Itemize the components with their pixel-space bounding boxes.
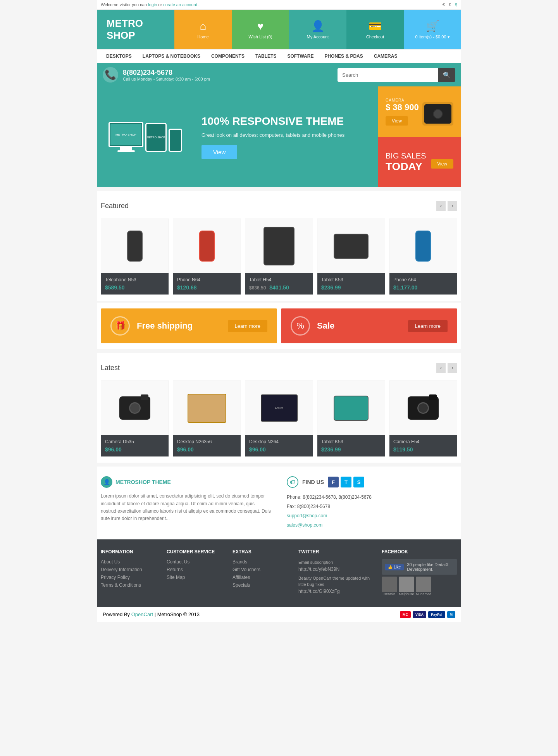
email2-link[interactable]: sales@shop.com [287, 520, 457, 530]
nav-checkout[interactable]: 💳 Checkout [346, 10, 404, 49]
featured-prev-button[interactable]: ‹ [436, 201, 446, 211]
nav-tablets[interactable]: TABLETS [250, 50, 282, 63]
latest-image-4 [317, 381, 385, 435]
currency-pound[interactable]: £ [449, 2, 451, 7]
fb-avatar-3 [416, 577, 431, 592]
latest-product-grid: Camera D535 $96.00 Desktop N26356 $96.00… [101, 381, 457, 457]
sale-banner: % Sale Learn more [281, 308, 457, 343]
latest-price-5: $119.50 [393, 446, 453, 453]
featured-product-5: Phone A64 $1,177.00 [389, 219, 457, 295]
contact-us-link[interactable]: Contact Us [167, 559, 225, 565]
register-link[interactable]: create an account [163, 2, 197, 7]
delivery-link[interactable]: Delivery Information [101, 567, 159, 572]
nav-desktops[interactable]: DESKTOPS [101, 50, 137, 63]
search-button[interactable]: 🔍 [438, 68, 455, 82]
nav-wishlist[interactable]: ♥ Wish List (0) [232, 10, 289, 49]
tablet-shape-1 [264, 227, 294, 265]
featured-next-button[interactable]: › [448, 201, 457, 211]
free-shipping-banner: 🎁 Free shipping Learn more [101, 308, 277, 343]
terms-link[interactable]: Terms & Conditions [101, 582, 159, 588]
latest-image-3: ASUS [245, 381, 313, 435]
product-name-4: Tablet K53 [321, 277, 381, 282]
latest-price-2: $96.00 [177, 446, 237, 453]
footer-info-section: 👤 METROSHOP THEME Lorem ipsum dolor sit … [97, 467, 461, 539]
sale-line1: BIG SALES [386, 152, 426, 160]
nav-home[interactable]: ⌂ Home [174, 10, 232, 49]
sale-view-button[interactable]: View [431, 159, 453, 169]
brand-description: Lorem ipsum dolor sit amet, consectetur … [101, 493, 271, 522]
search-input[interactable] [338, 68, 438, 82]
sale-learn-more-button[interactable]: Learn more [408, 320, 448, 332]
privacy-link[interactable]: Privacy Policy [101, 575, 159, 580]
gift-vouchers-link[interactable]: Gift Vouchers [232, 567, 291, 572]
site-map-link[interactable]: Site Map [167, 575, 225, 580]
latest-product-2: Desktop N26356 $96.00 [173, 381, 241, 457]
latest-prev-button[interactable]: ‹ [436, 363, 446, 373]
brands-link[interactable]: Brands [232, 559, 291, 565]
currency-euro[interactable]: € [443, 2, 445, 7]
twitter-icon[interactable]: t [341, 477, 351, 487]
very-bottom: Powered By OpenCart | MetroShop © 2013 M… [97, 607, 461, 622]
camera-label: CAMERA [386, 98, 453, 102]
information-title: INFORMATION [101, 549, 159, 555]
hero-camera-panel: CAMERA $ 38 900 View [378, 86, 461, 137]
copyright-text: MetroShop © 2013 [157, 611, 200, 617]
header: METRO SHOP ⌂ Home ♥ Wish List (0) 👤 My A… [97, 10, 461, 49]
product-name-5: Phone A64 [393, 277, 453, 282]
twitter-content: Email subscription http://t.co/yfebN39N … [298, 559, 374, 595]
affiliates-link[interactable]: Affiliates [232, 575, 291, 580]
welcome-message: Welcome visitor you can login or create … [101, 2, 200, 7]
shipping-learn-more-button[interactable]: Learn more [228, 320, 267, 332]
hero-view-button[interactable]: View [202, 145, 237, 159]
logo[interactable]: METRO SHOP [97, 10, 174, 49]
hero-devices-img: METRO SHOP METRO SHOP [108, 122, 194, 152]
facebook-title: FACEBOOK [382, 549, 457, 555]
login-link[interactable]: login [148, 2, 157, 7]
latest-info-5: Camera E54 $119.50 [389, 435, 457, 456]
nav-software[interactable]: SOFTWARE [282, 50, 319, 63]
skype-icon[interactable]: s [353, 477, 364, 487]
footer-extras: EXTRAS Brands Gift Vouchers Affiliates S… [232, 549, 291, 597]
product-old-price-3: $636.50 [249, 285, 266, 291]
shipping-text: Free shipping [137, 321, 221, 331]
nav-cameras[interactable]: CAMERAS [369, 50, 403, 63]
nav-components[interactable]: COMPONENTS [206, 50, 250, 63]
latest-next-button[interactable]: › [448, 363, 457, 373]
specials-link[interactable]: Specials [232, 582, 291, 588]
copyright-section: Powered By OpenCart | MetroShop © 2013 [103, 611, 200, 617]
social-icons: f t s [328, 477, 364, 487]
promo-banners: 🎁 Free shipping Learn more % Sale Learn … [97, 303, 461, 349]
opencart-link[interactable]: OpenCart [131, 611, 153, 617]
email1-link[interactable]: support@shop.com [287, 511, 457, 520]
nav-phones[interactable]: PHONES & PDAS [319, 50, 368, 63]
camera-view-button[interactable]: View [386, 116, 408, 126]
product-price-2: $120.68 [177, 284, 237, 291]
phone-icon: 📞 [103, 67, 118, 83]
camera-image [422, 102, 453, 126]
product-price-4: $236.99 [321, 284, 381, 291]
twitter-link1[interactable]: http://t.co/yfebN39N [298, 566, 374, 573]
phone-hours: Call us Monday - Saturday: 8:30 am - 6:0… [123, 77, 210, 81]
facebook-like-button[interactable]: 👍 Like [385, 564, 404, 570]
latest-price-3: $96.00 [249, 446, 309, 453]
latest-image-5 [389, 381, 457, 435]
currency-selector: € £ $ [443, 2, 457, 7]
facebook-icon[interactable]: f [328, 477, 339, 487]
latest-product-4: Tablet K53 $236.99 [317, 381, 385, 457]
twitter-link2[interactable]: http://t.co/GI90XzFg [298, 588, 374, 595]
featured-nav: ‹ › [436, 201, 457, 211]
returns-link[interactable]: Returns [167, 567, 225, 572]
tag-icon: 🏷 [287, 476, 298, 488]
camera-shape-2 [408, 396, 439, 420]
heart-icon: ♥ [257, 20, 264, 33]
about-us-link[interactable]: About Us [101, 559, 159, 565]
contact-info: Phone: 8(802)234-5678, 8(803)234-5678 Fa… [287, 493, 457, 530]
nav-laptops[interactable]: LAPTOPS & NOTEBOOKS [137, 50, 206, 63]
home-icon: ⌂ [200, 20, 207, 33]
currency-dollar[interactable]: $ [455, 2, 457, 7]
nav-cart[interactable]: 🛒 0 item(s) - $0.00 ▾ [404, 10, 461, 49]
latest-info-3: Desktop N264 $96.00 [245, 435, 313, 456]
shipping-icon: 🎁 [110, 316, 130, 336]
nav-account[interactable]: 👤 My Account [289, 10, 346, 49]
brand-icon: 👤 [101, 476, 112, 488]
